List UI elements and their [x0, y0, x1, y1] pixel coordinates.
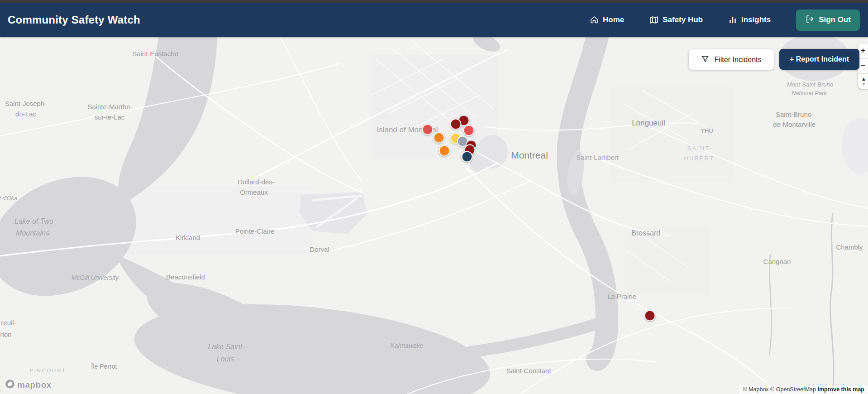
- map-base-layer: [0, 37, 868, 394]
- incident-marker[interactable]: [450, 119, 462, 130]
- incident-marker[interactable]: [463, 125, 475, 136]
- nav-item-label: Insights: [741, 15, 771, 24]
- attribution-osm-link[interactable]: © OpenStreetMap: [770, 386, 816, 393]
- zoom-in-button[interactable]: +: [858, 43, 868, 58]
- mapbox-wordmark: mapbox: [17, 380, 52, 390]
- insights-icon: [728, 15, 737, 24]
- filter-icon: [701, 55, 709, 65]
- nav-item-label: Safety Hub: [663, 15, 703, 24]
- attribution-mapbox-link[interactable]: © Mapbox: [743, 386, 768, 393]
- mapbox-logo-icon: [5, 379, 15, 391]
- mapbox-logo[interactable]: mapbox: [5, 379, 52, 391]
- filter-label: Filter Incidents: [714, 56, 761, 64]
- map-zoom-control: + − ▲ ▼: [858, 43, 868, 89]
- report-incident-button[interactable]: + Report Incident: [779, 49, 859, 70]
- map-canvas[interactable]: Saint-EustacheSaint-Joseph-du-LacSainte-…: [0, 37, 868, 394]
- sign-out-icon: [805, 14, 814, 26]
- map-icon: [649, 15, 658, 24]
- nav-item-label: Home: [603, 15, 624, 24]
- incident-marker[interactable]: [439, 145, 450, 157]
- pitch-down-icon: ▼: [861, 82, 866, 86]
- main-nav: Home Safety Hub Insights: [590, 10, 868, 31]
- incident-marker[interactable]: [422, 124, 434, 135]
- nav-item-safety-hub[interactable]: Safety Hub: [649, 15, 703, 24]
- sign-out-button[interactable]: Sign Out: [796, 10, 860, 31]
- nav-item-home[interactable]: Home: [590, 15, 624, 24]
- nav-item-insights[interactable]: Insights: [728, 15, 771, 24]
- page-title: Community Safety Watch: [8, 14, 140, 26]
- zoom-out-button[interactable]: −: [858, 58, 868, 74]
- home-icon: [590, 15, 599, 24]
- sign-out-label: Sign Out: [819, 15, 851, 24]
- improve-map-link[interactable]: Improve this map: [818, 386, 865, 393]
- app-header: Community Safety Watch Home Safety Hub: [0, 3, 868, 37]
- incident-marker[interactable]: [462, 151, 473, 163]
- filter-incidents-button[interactable]: Filter Incidents: [689, 49, 774, 70]
- pitch-control[interactable]: ▲ ▼: [858, 73, 868, 89]
- incident-marker[interactable]: [434, 132, 445, 144]
- incident-marker[interactable]: [644, 310, 656, 322]
- map-attribution: © Mapbox © OpenStreetMap Improve this ma…: [739, 385, 868, 394]
